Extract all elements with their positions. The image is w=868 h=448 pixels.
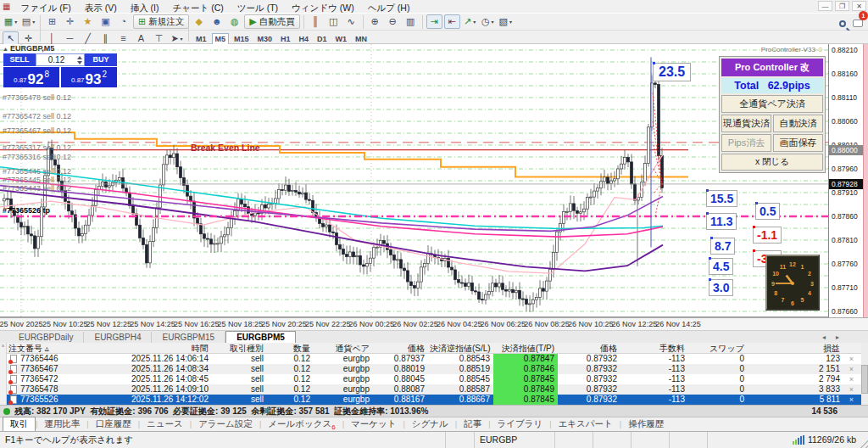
terminal-tab-10[interactable]: エキスパート (552, 417, 620, 431)
bar-chart-icon[interactable]: ║ (308, 14, 324, 29)
terminal-close-icon[interactable]: × (0, 343, 6, 350)
resize-grip[interactable] (857, 437, 868, 448)
close-all-pairs-button[interactable]: 全通貨ペア決済 (721, 95, 823, 113)
terminal-tab-2[interactable]: 口座履歴 (89, 417, 138, 431)
volume-down-button[interactable] (76, 60, 84, 65)
minimize-button[interactable]: — (818, 1, 832, 11)
timeframe-m30[interactable]: M30 (254, 33, 276, 45)
new-chart-icon[interactable]: ▦▾ (3, 14, 19, 29)
scrollbar-thumb[interactable] (861, 365, 868, 394)
menu-item-2[interactable]: 挿入 (I) (124, 3, 166, 13)
tile-windows-icon[interactable]: ▥ (403, 14, 419, 29)
periods-icon[interactable]: ◷▾ (480, 14, 496, 29)
timeframe-h4[interactable]: H4 (296, 33, 313, 45)
terminal-tab-5[interactable]: メールボックス6 (261, 417, 342, 431)
column-header-symbol[interactable]: 通貨ペア (314, 343, 373, 353)
menu-item-4[interactable]: ツール (T) (231, 3, 285, 13)
chart-tab-EURGBPH4[interactable]: EURGBPH4 (84, 332, 152, 343)
chart-window[interactable]: ▲EURGBP,M5 SELL 0.12 BUY 0.87 92 8 (0, 44, 868, 317)
close-order-icon[interactable]: × (843, 374, 861, 384)
price-axis[interactable]: 0.88000 0.87928 0.882100.881600.881100.8… (828, 44, 863, 317)
menu-item-0[interactable]: ファイル (F) (14, 3, 77, 13)
timeframe-w1[interactable]: W1 (332, 33, 351, 45)
terminal-tab-7[interactable]: シグナル (405, 417, 455, 431)
column-header-type[interactable]: 取引種別 (212, 343, 267, 353)
terminal-tab-0[interactable]: 取引 (3, 417, 36, 432)
time-axis[interactable]: 25 Nov 202525 Nov 10:2525 Nov 12:2525 No… (0, 317, 868, 330)
experts-icon[interactable]: ☻ (209, 14, 225, 29)
terminal-side-strip[interactable]: × (0, 343, 7, 405)
menu-item-1[interactable]: 表示 (V) (78, 3, 124, 13)
restore-button[interactable]: ❐ (835, 1, 849, 11)
terminal-tab-6[interactable]: マーケット (344, 417, 403, 431)
timeframe-mn[interactable]: MN (352, 33, 370, 45)
table-scrollbar[interactable] (861, 343, 868, 405)
auto-trading-button[interactable]: ▶自動売買 (244, 14, 299, 29)
order-row-77365478[interactable]: 773654782025.11.26 14:09:10sell0.12eurgb… (0, 384, 861, 395)
close-order-icon[interactable]: × (843, 395, 861, 405)
new-order-button[interactable]: ⊞新規注文 (133, 14, 189, 29)
menu-item-3[interactable]: チャート (C) (166, 3, 231, 13)
column-header-sl[interactable]: 決済逆指値(S/L) (428, 343, 493, 353)
column-header-ticket[interactable]: 注文番号 ▵ (7, 343, 93, 353)
notifications-icon[interactable]: 1 (853, 15, 863, 31)
menu-item-5[interactable]: ウィンドウ (W) (285, 3, 361, 13)
close-order-icon[interactable]: × (843, 364, 861, 374)
buy-price-display[interactable]: 0.87 93 2 (61, 67, 117, 87)
metaeditor-icon[interactable]: ◆ (191, 14, 207, 29)
close-order-icon[interactable]: × (843, 384, 861, 395)
terminal-tab-11[interactable]: 操作履歴 (621, 417, 670, 431)
navigator-icon[interactable]: ★ (80, 14, 96, 29)
column-header-price[interactable]: 価格 (558, 343, 620, 353)
timeframe-m15[interactable]: M15 (231, 33, 253, 45)
close-button[interactable]: ✕ (852, 1, 866, 11)
panel-close-button[interactable]: x 閉じる (721, 154, 823, 171)
chart-window-icon[interactable]: ▦ (3, 2, 10, 11)
terminal-tab-8[interactable]: 記事 (457, 417, 488, 431)
timeframe-d1[interactable]: D1 (314, 33, 331, 45)
order-row-77365472[interactable]: 773654722025.11.26 14:08:45sell0.12eurgb… (0, 374, 861, 384)
terminal-tab-3[interactable]: ニュース (140, 417, 190, 431)
terminal-tab-4[interactable]: アラーム設定 (192, 417, 259, 431)
chart-tab-EURGBPM5[interactable]: EURGBPM5 (225, 331, 296, 343)
terminal-tab-1[interactable]: 運用比率 (37, 417, 86, 431)
buy-button[interactable]: BUY (85, 53, 117, 66)
chart-tab-EURGBPM15[interactable]: EURGBPM15 (152, 332, 225, 343)
timeframe-m1[interactable]: M1 (192, 33, 210, 45)
volume-value[interactable]: 0.12 (36, 55, 76, 64)
templates-icon[interactable]: ▧▾ (498, 14, 514, 29)
column-header-tp[interactable]: 決済指値(T/P) (493, 343, 558, 353)
column-header-volume[interactable]: 数量 (267, 343, 314, 353)
zoom-in-icon[interactable]: ⊕ (367, 14, 383, 29)
column-header-open_price[interactable]: 価格 (373, 343, 428, 353)
zoom-out-icon[interactable]: ⊖ (385, 14, 401, 29)
column-header-swap[interactable]: スワップ (688, 343, 748, 353)
terminal-icon[interactable]: ▣ (97, 14, 114, 29)
web-community-icon[interactable]: ◍ (226, 14, 242, 29)
close-current-pair-button[interactable]: 現通貨決済 (721, 115, 771, 132)
column-header-commission[interactable]: 手数料 (620, 343, 688, 353)
column-header-time[interactable]: 時間 (93, 343, 212, 353)
sell-price-display[interactable]: 0.87 92 8 (3, 67, 59, 87)
search-icon[interactable] (839, 15, 846, 31)
strategy-tester-icon[interactable]: ◔ (115, 14, 131, 29)
candlestick-chart-icon[interactable]: ◫ (326, 14, 342, 29)
market-watch-icon[interactable]: ⊞ (44, 14, 60, 29)
candlestick-chart[interactable] (0, 44, 828, 317)
line-chart-icon[interactable]: ∿ (343, 14, 359, 29)
auto-scroll-icon[interactable]: ⇥ (426, 14, 442, 29)
auto-close-button[interactable]: 自動決済 (773, 115, 823, 132)
timeframe-h1[interactable]: H1 (277, 33, 294, 45)
sell-button[interactable]: SELL (3, 53, 36, 66)
indicators-icon[interactable]: ↗▾ (462, 14, 478, 29)
column-header-profit[interactable]: 損益 (748, 343, 843, 353)
order-row-77365526[interactable]: 773655262025.11.26 14:12:02sell0.12eurgb… (0, 395, 861, 405)
tab-scroll-left-icon[interactable]: ◂ (822, 333, 826, 341)
profiles-icon[interactable]: ▤▾ (20, 14, 36, 29)
chart-tab-EURGBPDaily[interactable]: EURGBPDaily (8, 332, 84, 343)
timeframe-m5[interactable]: M5 (212, 33, 230, 45)
screen-save-button[interactable]: 画面保存 (773, 134, 823, 152)
order-row-77365446[interactable]: 773654462025.11.26 14:06:14sell0.12eurgb… (0, 354, 861, 364)
close-order-icon[interactable]: × (843, 354, 861, 364)
tab-scroll-right-icon[interactable]: ▸ (836, 333, 839, 341)
